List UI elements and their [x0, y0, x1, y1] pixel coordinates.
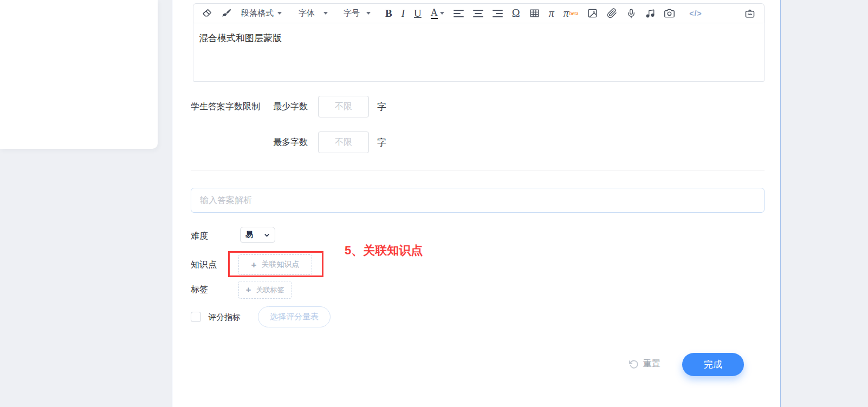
image-icon[interactable]	[587, 5, 598, 22]
camera-icon[interactable]	[664, 5, 675, 22]
chevron-down-icon	[323, 12, 328, 15]
reset-icon	[629, 359, 639, 369]
step-annotation-text: 5、关联知识点	[345, 242, 423, 259]
section-divider	[191, 170, 765, 170]
underline-button[interactable]: U	[414, 5, 422, 22]
associate-knowledge-label: 关联知识点	[261, 260, 299, 270]
font-color-label: A	[431, 8, 438, 19]
chevron-down-icon	[264, 232, 270, 238]
min-words-unit: 字	[377, 101, 386, 113]
associate-tags-button[interactable]: + 关联标签	[238, 281, 292, 299]
chevron-down-icon	[440, 12, 444, 15]
eraser-icon[interactable]	[202, 5, 212, 22]
max-words-input[interactable]	[318, 132, 369, 153]
bold-button[interactable]: B	[385, 5, 392, 22]
align-right-icon[interactable]	[493, 5, 503, 22]
select-scoring-scale-button[interactable]: 选择评分量表	[258, 306, 331, 327]
rich-text-editor: 段落格式 字体 字号 B I U A Ω	[193, 3, 765, 82]
word-limit-label: 学生答案字数限制	[191, 101, 260, 113]
paragraph-format-dropdown[interactable]: 段落格式	[241, 5, 282, 22]
scoring-checkbox[interactable]	[191, 312, 201, 322]
formula-button[interactable]: π	[549, 5, 554, 22]
font-dropdown[interactable]: 字体	[299, 5, 328, 22]
editor-toolbar: 段落格式 字体 字号 B I U A Ω	[193, 3, 765, 23]
difficulty-select[interactable]: 易	[240, 227, 275, 243]
knowledge-label: 知识点	[191, 259, 217, 271]
min-words-label: 最少字数	[273, 101, 308, 113]
scoring-label: 评分指标	[208, 312, 241, 323]
max-words-label: 最多字数	[273, 137, 308, 148]
plus-icon: +	[246, 285, 251, 294]
question-editor-panel: 段落格式 字体 字号 B I U A Ω	[172, 0, 781, 407]
chevron-down-icon	[366, 12, 371, 15]
table-icon[interactable]	[529, 5, 540, 22]
reset-label: 重置	[643, 358, 660, 370]
align-left-icon[interactable]	[454, 5, 464, 22]
font-label: 字体	[299, 8, 315, 18]
associate-tags-label: 关联标签	[256, 285, 284, 295]
question-content-editarea[interactable]: 混合模式和图层蒙版	[193, 23, 765, 82]
font-color-dropdown[interactable]: A	[431, 5, 444, 22]
paperclip-icon[interactable]	[607, 5, 617, 22]
difficulty-label: 难度	[191, 231, 208, 242]
associate-knowledge-button[interactable]: + 关联知识点	[238, 254, 312, 275]
done-button[interactable]: 完成	[682, 353, 744, 376]
beta-badge: beta	[569, 10, 579, 16]
min-words-input[interactable]	[318, 96, 369, 117]
answer-analysis-input[interactable]	[191, 188, 765, 213]
chevron-down-icon	[277, 12, 282, 15]
special-char-button[interactable]: Ω	[512, 5, 520, 22]
font-size-dropdown[interactable]: 字号	[344, 5, 371, 22]
plus-icon: +	[251, 260, 257, 270]
font-size-label: 字号	[344, 8, 360, 18]
format-brush-icon[interactable]	[222, 5, 232, 22]
previous-question-card	[0, 0, 158, 149]
italic-button[interactable]: I	[401, 5, 405, 22]
formula-beta-button[interactable]: πbeta	[563, 5, 579, 22]
code-icon[interactable]: </>	[689, 5, 702, 22]
align-center-icon[interactable]	[473, 5, 483, 22]
reset-button[interactable]: 重置	[629, 358, 660, 370]
tags-label: 标签	[191, 284, 208, 296]
toolbox-icon[interactable]	[744, 5, 755, 22]
microphone-icon[interactable]	[626, 5, 636, 22]
select-scoring-scale-label: 选择评分量表	[270, 312, 319, 322]
music-icon[interactable]	[645, 5, 655, 22]
question-text: 混合模式和图层蒙版	[199, 33, 282, 43]
max-words-unit: 字	[377, 136, 386, 149]
paragraph-format-label: 段落格式	[241, 8, 274, 18]
difficulty-value: 易	[245, 230, 253, 240]
